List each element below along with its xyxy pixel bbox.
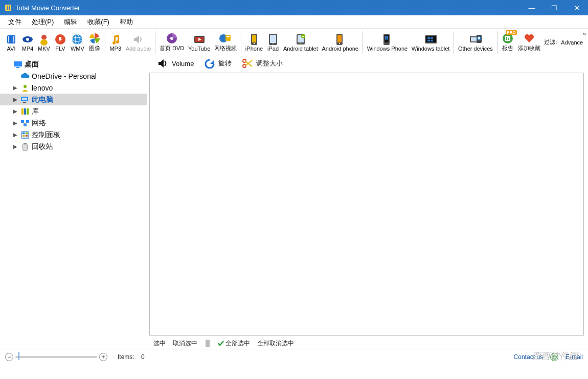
svg-rect-40 bbox=[387, 38, 389, 39]
tb-wmv[interactable]: WMV bbox=[69, 32, 86, 53]
tree-item-thispc[interactable]: ▶ 此电脑 bbox=[0, 94, 147, 105]
toolbar-overflow[interactable]: » bbox=[583, 31, 586, 37]
tree-item-recycle[interactable]: ▶ 回收站 bbox=[0, 141, 147, 152]
menu-edit[interactable]: 编辑 bbox=[59, 16, 82, 28]
menu-help[interactable]: 帮助 bbox=[115, 16, 138, 28]
tb-android-phone[interactable]: Android phone bbox=[320, 32, 360, 53]
svg-point-58 bbox=[24, 85, 27, 88]
svg-rect-20 bbox=[227, 36, 230, 37]
tb-mp3[interactable]: MP3 bbox=[107, 32, 124, 53]
tb-advance[interactable]: Advance bbox=[559, 38, 585, 47]
toolbar-separator bbox=[454, 31, 454, 54]
tb-flv[interactable]: FLV bbox=[52, 32, 69, 53]
svg-point-7 bbox=[26, 38, 29, 41]
action-volume[interactable]: Volume bbox=[152, 57, 199, 70]
pinwheel-icon bbox=[88, 32, 101, 44]
tree-item-onedrive[interactable]: OneDrive - Personal bbox=[0, 70, 147, 82]
devices-icon bbox=[469, 33, 482, 46]
window-close-button[interactable]: ✕ bbox=[566, 0, 588, 15]
film-icon bbox=[5, 33, 17, 46]
svg-rect-64 bbox=[27, 108, 29, 115]
tb-addaudio[interactable]: Add audio bbox=[124, 32, 153, 53]
tree-item-lenovo[interactable]: ▶ lenovo bbox=[0, 82, 147, 94]
items-count: Items: 0 bbox=[118, 353, 145, 361]
svg-rect-39 bbox=[385, 38, 387, 39]
svg-rect-46 bbox=[431, 40, 433, 41]
toolbar-separator bbox=[363, 31, 363, 54]
email-link[interactable]: E-mail bbox=[566, 353, 583, 361]
svg-rect-54 bbox=[506, 37, 507, 40]
file-list-area[interactable] bbox=[149, 73, 584, 336]
tb-ipad[interactable]: iPad bbox=[265, 32, 281, 53]
window-maximize-button[interactable]: ☐ bbox=[543, 0, 566, 15]
sel-deselect[interactable]: 取消选中 bbox=[171, 339, 199, 348]
svg-rect-62 bbox=[21, 108, 24, 115]
svg-rect-37 bbox=[385, 36, 387, 38]
network-icon bbox=[20, 119, 30, 128]
sel-select[interactable]: 选中 bbox=[151, 339, 168, 348]
doll-icon bbox=[38, 33, 50, 46]
tb-dvd[interactable]: 首页 DVD bbox=[157, 31, 186, 53]
tb-iphone[interactable]: iPhone bbox=[243, 32, 265, 53]
svg-point-11 bbox=[72, 34, 82, 44]
tb-report[interactable]: PRO 报告 bbox=[500, 31, 516, 53]
tb-other-devices[interactable]: Other devices bbox=[456, 32, 495, 53]
winphone-icon bbox=[381, 33, 393, 46]
tree-item-desktop[interactable]: 桌面 bbox=[0, 58, 147, 70]
tb-youtube[interactable]: YouTube bbox=[186, 32, 212, 53]
zoom-slider[interactable] bbox=[15, 356, 97, 358]
statusbar: − + Items: 0 Contact us @ E-mail 西西软件园 bbox=[0, 349, 588, 364]
pc-icon bbox=[20, 95, 30, 104]
tree-item-libraries[interactable]: ▶ 库 bbox=[0, 105, 147, 117]
disc-icon bbox=[166, 32, 178, 44]
zoom-control: − + bbox=[5, 353, 107, 361]
svg-point-8 bbox=[41, 35, 47, 40]
zoom-out-button[interactable]: − bbox=[5, 353, 13, 361]
tablet-icon bbox=[267, 33, 279, 46]
recycle-icon bbox=[20, 142, 30, 151]
svg-point-9 bbox=[40, 39, 48, 46]
tb-favorite[interactable]: 添加收藏 bbox=[516, 31, 542, 53]
tb-mkv[interactable]: MKV bbox=[36, 32, 52, 53]
tv-icon bbox=[193, 33, 206, 46]
music-icon bbox=[109, 33, 122, 46]
zoom-in-button[interactable]: + bbox=[99, 353, 107, 361]
svg-rect-66 bbox=[26, 120, 29, 123]
svg-rect-5 bbox=[13, 36, 14, 42]
contact-link[interactable]: Contact us bbox=[514, 353, 543, 361]
tb-windows-phone[interactable]: Windows Phone bbox=[365, 32, 410, 53]
tb-netvideo[interactable]: 网络视频 bbox=[212, 31, 239, 53]
svg-rect-51 bbox=[478, 37, 480, 39]
phone-icon bbox=[248, 33, 260, 46]
svg-point-23 bbox=[254, 42, 255, 43]
tb-windows-tablet[interactable]: Windows tablet bbox=[410, 32, 451, 53]
rotate-icon bbox=[204, 58, 215, 69]
globe-icon bbox=[71, 33, 83, 46]
menu-process[interactable]: 处理(P) bbox=[27, 16, 59, 28]
menu-file[interactable]: 文件 bbox=[3, 16, 27, 28]
volume-icon bbox=[157, 58, 169, 69]
tb-mp4[interactable]: MP4 bbox=[19, 32, 36, 53]
sel-selectall[interactable]: 全部选中 bbox=[216, 339, 252, 348]
at-icon: @ bbox=[550, 353, 558, 361]
svg-rect-65 bbox=[21, 120, 24, 123]
tb-avi[interactable]: AVI bbox=[3, 32, 19, 53]
action-resize[interactable]: 调整大小 bbox=[237, 57, 288, 70]
menu-fav[interactable]: 收藏(F) bbox=[82, 16, 115, 28]
sel-deselectall[interactable]: 全部取消选中 bbox=[255, 339, 296, 348]
toolbar-separator bbox=[155, 31, 155, 54]
window-minimize-button[interactable]: — bbox=[521, 0, 543, 15]
toolbar-separator bbox=[241, 31, 241, 54]
svg-rect-60 bbox=[22, 98, 27, 100]
tb-image[interactable]: 图像 bbox=[86, 31, 103, 53]
action-rotate[interactable]: 旋转 bbox=[199, 57, 237, 70]
titlebar: Total Movie Converter — ☐ ✕ bbox=[0, 0, 588, 15]
svg-rect-48 bbox=[471, 37, 477, 41]
tb-android-tablet[interactable]: Android tablet bbox=[281, 32, 320, 53]
tree-item-controlpanel[interactable]: ▶ 控制面板 bbox=[0, 129, 147, 141]
svg-rect-63 bbox=[24, 108, 26, 115]
tree-item-network[interactable]: ▶ 网络 bbox=[0, 117, 147, 129]
svg-rect-72 bbox=[26, 135, 28, 137]
svg-point-26 bbox=[273, 43, 274, 44]
svg-rect-0 bbox=[5, 5, 11, 11]
